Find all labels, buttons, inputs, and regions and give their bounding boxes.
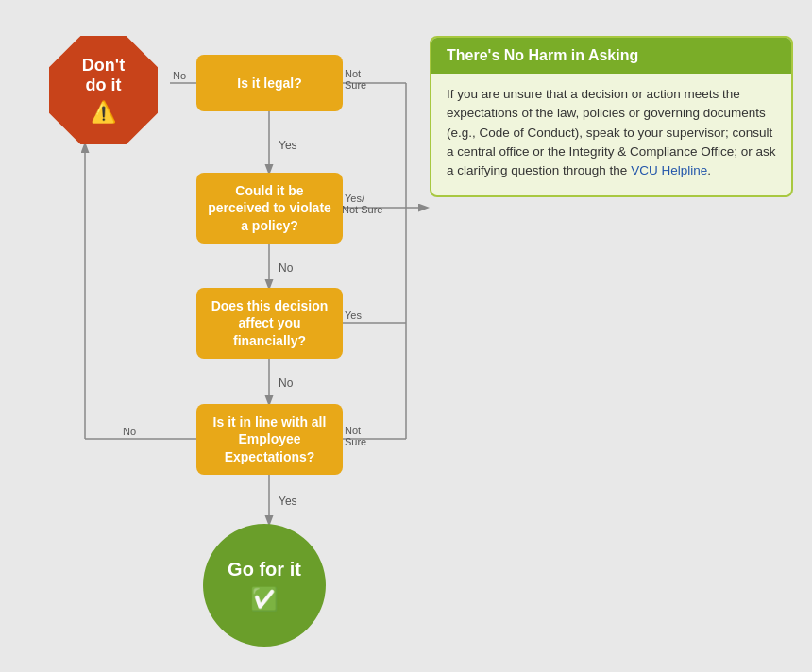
svg-text:No: No	[123, 426, 136, 437]
svg-text:Not: Not	[345, 68, 361, 79]
go-for-it-circle: Go for it ✅	[203, 524, 326, 647]
svg-text:Sure: Sure	[345, 79, 366, 91]
info-box-title: There's No Harm in Asking	[431, 38, 791, 74]
svg-text:Yes: Yes	[279, 139, 297, 152]
svg-text:Not: Not	[345, 425, 361, 436]
dont-do-it-label: Don'tdo it	[82, 56, 125, 96]
svg-text:Sure: Sure	[345, 436, 366, 447]
vcu-helpline-link[interactable]: VCU Helpline	[631, 163, 707, 177]
svg-text:Not Sure: Not Sure	[342, 204, 382, 215]
svg-text:No: No	[279, 377, 294, 390]
svg-text:Yes: Yes	[279, 495, 297, 508]
svg-text:Yes: Yes	[345, 310, 362, 321]
info-box: There's No Harm in Asking If you are uns…	[430, 36, 793, 197]
warning-icon: ⚠️	[91, 100, 116, 125]
svg-text:No: No	[279, 261, 294, 275]
dont-do-it-shape: Don'tdo it ⚠️	[49, 36, 158, 144]
diagram-container: Yes No No Yes Not Sure Yes/ Not Sure Yes…	[0, 0, 812, 672]
violate-policy-box: Could it be perceived to violate a polic…	[196, 173, 343, 244]
check-icon: ✅	[250, 586, 279, 613]
info-box-body: If you are unsure that a decision or act…	[447, 85, 776, 180]
affect-financially-box: Does this decision affect you financiall…	[196, 288, 343, 359]
go-for-it-label: Go for it	[228, 559, 301, 580]
svg-text:No: No	[173, 70, 186, 81]
is-it-legal-box: Is it legal?	[196, 55, 343, 111]
svg-text:Yes/: Yes/	[345, 193, 365, 204]
employee-expectations-box: Is it in line with all Employee Expectat…	[196, 404, 343, 475]
